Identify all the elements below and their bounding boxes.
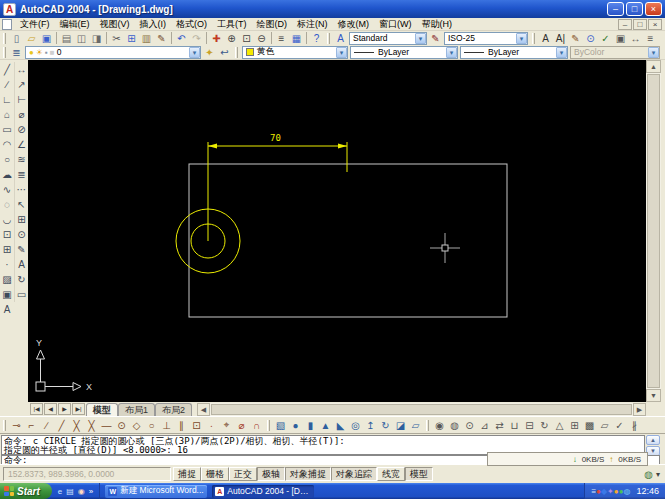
clean-icon[interactable]: ✓ bbox=[612, 419, 627, 432]
polyline-icon[interactable]: ∟ bbox=[1, 92, 14, 107]
copy-faces-icon[interactable]: ⊞ bbox=[567, 419, 582, 432]
make-block-icon[interactable]: ⊞ bbox=[1, 242, 14, 257]
command-scroll-up-icon[interactable]: ▲ bbox=[646, 435, 660, 445]
rectangle-outline[interactable] bbox=[189, 164, 507, 317]
properties-icon[interactable]: ≡ bbox=[274, 32, 289, 45]
solid-torus-icon[interactable]: ◎ bbox=[348, 419, 363, 432]
construction-line-icon[interactable]: ∕ bbox=[1, 77, 14, 92]
justify-text-icon[interactable]: ≡ bbox=[643, 32, 658, 45]
angular-dimension-icon[interactable]: ∠ bbox=[15, 137, 28, 152]
quick-leader-icon[interactable]: ↖ bbox=[15, 197, 28, 212]
text-style-manager-icon[interactable]: A bbox=[333, 32, 348, 45]
taskbar-task-2[interactable]: AAutoCAD 2004 - [Dra... bbox=[212, 485, 314, 498]
radius-dimension-icon[interactable]: ⌀ bbox=[15, 107, 28, 122]
plot-preview-icon[interactable]: ◫ bbox=[74, 32, 89, 45]
status-toggle-1[interactable]: 捕捉 bbox=[173, 467, 201, 481]
vertical-scroll-thumb[interactable] bbox=[647, 74, 660, 388]
horizontal-scroll-thumb[interactable] bbox=[211, 404, 632, 415]
chevron-more-icon[interactable]: » bbox=[89, 487, 93, 496]
imprint-icon[interactable]: ▱ bbox=[597, 419, 612, 432]
toolbar-grip[interactable] bbox=[3, 47, 6, 58]
solid-box-icon[interactable]: ▧ bbox=[273, 419, 288, 432]
linear-dimension[interactable] bbox=[208, 142, 347, 241]
rotate-faces-icon[interactable]: ↻ bbox=[537, 419, 552, 432]
spline-icon[interactable]: ∿ bbox=[1, 182, 14, 197]
status-menu-chevron-icon[interactable]: ▾ bbox=[656, 470, 660, 479]
scroll-up-icon[interactable]: ▲ bbox=[646, 60, 661, 73]
menu-item-3[interactable]: 视图(V) bbox=[95, 18, 135, 30]
ellipse-arc-icon[interactable]: ◡ bbox=[1, 212, 14, 227]
toolbar-grip[interactable] bbox=[235, 47, 238, 58]
union-icon[interactable]: ◉ bbox=[432, 419, 447, 432]
layer-thaw-sun-icon[interactable]: ☀ bbox=[36, 48, 43, 57]
revolve-icon[interactable]: ↻ bbox=[378, 419, 393, 432]
snap-to-endpoint-icon[interactable]: ∕ bbox=[39, 419, 54, 432]
text-style-icon[interactable]: ▣ bbox=[613, 32, 628, 45]
text-style-combobox[interactable]: Standard ▾ bbox=[349, 32, 427, 45]
spell-check-icon[interactable]: ✓ bbox=[598, 32, 613, 45]
status-toggle-4[interactable]: 极轴 bbox=[257, 467, 285, 481]
single-line-text-icon[interactable]: A| bbox=[553, 32, 568, 45]
point-icon[interactable]: · bbox=[1, 257, 14, 272]
tab-nav-button-2[interactable]: ◀ bbox=[44, 403, 57, 415]
cut-icon[interactable]: ✂ bbox=[109, 32, 124, 45]
toolbar-grip[interactable] bbox=[3, 33, 6, 44]
qnew-icon[interactable]: ▯ bbox=[9, 32, 24, 45]
layout-tab-1[interactable]: 模型 bbox=[86, 403, 118, 416]
layer-color-swatch-icon[interactable]: ■ bbox=[50, 48, 55, 57]
dimension-update-icon[interactable]: ↻ bbox=[15, 272, 28, 287]
plot-icon[interactable]: ▤ bbox=[59, 32, 74, 45]
intersect-icon[interactable]: ⊙ bbox=[462, 419, 477, 432]
insert-block-icon[interactable]: ⊡ bbox=[1, 227, 14, 242]
layout-tab-2[interactable]: 布局1 bbox=[118, 403, 155, 416]
region-icon[interactable]: ▣ bbox=[1, 287, 14, 302]
snap-to-none-icon[interactable]: ⌀ bbox=[234, 419, 249, 432]
make-object-layer-current-icon[interactable]: ✦ bbox=[202, 46, 217, 59]
menu-item-10[interactable]: 窗口(W) bbox=[374, 18, 417, 30]
tab-nav-button-3[interactable]: ▶ bbox=[58, 403, 71, 415]
paste-icon[interactable]: ▥ bbox=[139, 32, 154, 45]
show-desktop-icon[interactable]: ▤ bbox=[66, 487, 74, 496]
tolerance-icon[interactable]: ⊞ bbox=[15, 212, 28, 227]
diameter-dimension-icon[interactable]: ⊘ bbox=[15, 122, 28, 137]
status-toggle-2[interactable]: 栅格 bbox=[201, 467, 229, 481]
layer-previous-icon[interactable]: ↩ bbox=[217, 46, 232, 59]
color-faces-icon[interactable]: ▩ bbox=[582, 419, 597, 432]
minimize-button[interactable]: – bbox=[607, 2, 624, 16]
temporary-track-point-icon[interactable]: ⊸ bbox=[9, 419, 24, 432]
close-drawing-button[interactable]: × bbox=[648, 19, 662, 30]
chevron-down-icon[interactable]: ▾ bbox=[415, 33, 426, 44]
drawing-canvas[interactable]: 70 Y X bbox=[28, 60, 646, 402]
solid-cylinder-icon[interactable]: ▮ bbox=[303, 419, 318, 432]
restore-button[interactable]: □ bbox=[626, 2, 643, 16]
horizontal-scrollbar[interactable]: ◀ ▶ bbox=[197, 403, 646, 416]
baseline-dimension-icon[interactable]: ≣ bbox=[15, 167, 28, 182]
revision-cloud-icon[interactable]: ☁ bbox=[1, 167, 14, 182]
close-button[interactable]: × bbox=[645, 2, 662, 16]
media-player-icon[interactable]: ◉ bbox=[78, 487, 85, 496]
open-icon[interactable]: ▱ bbox=[24, 32, 39, 45]
vertical-scrollbar[interactable]: ▲ ▼ bbox=[646, 60, 661, 402]
snap-to-apparent-intersection-icon[interactable]: ╳ bbox=[84, 419, 99, 432]
snap-to-node-icon[interactable]: ∙ bbox=[204, 419, 219, 432]
status-toggle-8[interactable]: 模型 bbox=[405, 467, 433, 481]
dimension-text-edit-icon[interactable]: A bbox=[15, 257, 28, 272]
continue-dimension-icon[interactable]: ⋯ bbox=[15, 182, 28, 197]
undo-icon[interactable]: ↶ bbox=[174, 32, 189, 45]
scroll-right-icon[interactable]: ▶ bbox=[633, 403, 646, 416]
solid-cone-icon[interactable]: ▲ bbox=[318, 419, 333, 432]
tab-nav-button-1[interactable]: |◀ bbox=[30, 403, 43, 415]
help-icon[interactable]: ? bbox=[309, 32, 324, 45]
ordinate-dimension-icon[interactable]: ⊢ bbox=[15, 92, 28, 107]
internet-explorer-icon[interactable]: e bbox=[58, 487, 62, 496]
publish-icon[interactable]: ◨ bbox=[89, 32, 104, 45]
chevron-down-icon[interactable]: ▾ bbox=[516, 33, 527, 44]
dimension-style-icon[interactable]: ▭ bbox=[15, 287, 28, 302]
solid-wedge-icon[interactable]: ◣ bbox=[333, 419, 348, 432]
offset-faces-icon[interactable]: ⊔ bbox=[507, 419, 522, 432]
slice-icon[interactable]: ◪ bbox=[393, 419, 408, 432]
scroll-down-icon[interactable]: ▼ bbox=[646, 389, 661, 402]
snap-to-tangent-icon[interactable]: ○ bbox=[144, 419, 159, 432]
snap-to-quadrant-icon[interactable]: ◇ bbox=[129, 419, 144, 432]
pan-realtime-icon[interactable]: ✚ bbox=[209, 32, 224, 45]
